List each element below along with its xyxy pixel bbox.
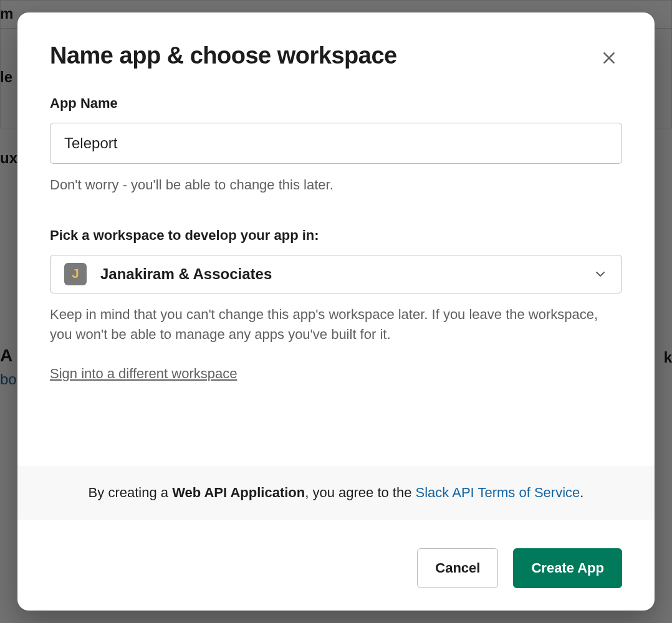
app-name-helper: Don't worry - you'll be able to change t… [50,175,622,195]
modal-footer: Cancel Create App [17,520,655,611]
bg-fragment: A [0,346,12,366]
create-app-button[interactable]: Create App [513,548,622,588]
bg-fragment: bo [0,371,17,388]
cancel-button[interactable]: Cancel [417,548,498,588]
workspace-avatar: J [64,263,87,285]
terms-of-service-link[interactable]: Slack API Terms of Service [416,485,580,500]
signin-different-workspace-link[interactable]: Sign into a different workspace [50,366,237,382]
bg-fragment: m [0,5,13,22]
workspace-section: Pick a workspace to develop your app in:… [50,227,622,382]
modal-title: Name app & choose workspace [50,42,397,69]
terms-bold: Web API Application [172,485,305,500]
workspace-label: Pick a workspace to develop your app in: [50,227,622,244]
bg-fragment: k [664,349,672,366]
workspace-selected-name: Janakiram & Associates [100,265,593,283]
terms-suffix: . [580,485,583,500]
app-name-input[interactable] [50,123,622,164]
close-icon [601,50,617,66]
workspace-select[interactable]: J Janakiram & Associates [50,255,622,293]
modal-body: App Name Don't worry - you'll be able to… [17,73,655,437]
bg-fragment: ux [0,150,17,167]
terms-middle: , you agree to the [305,485,415,500]
chevron-down-icon [593,267,608,282]
terms-prefix: By creating a [89,485,173,500]
create-app-modal: Name app & choose workspace App Name Don… [17,12,655,611]
modal-header: Name app & choose workspace [17,12,655,73]
workspace-helper: Keep in mind that you can't change this … [50,305,622,345]
close-button[interactable] [596,45,622,73]
app-name-section: App Name Don't worry - you'll be able to… [50,95,622,195]
terms-bar: By creating a Web API Application, you a… [17,466,655,520]
app-name-label: App Name [50,95,622,112]
bg-fragment: le [0,69,12,86]
